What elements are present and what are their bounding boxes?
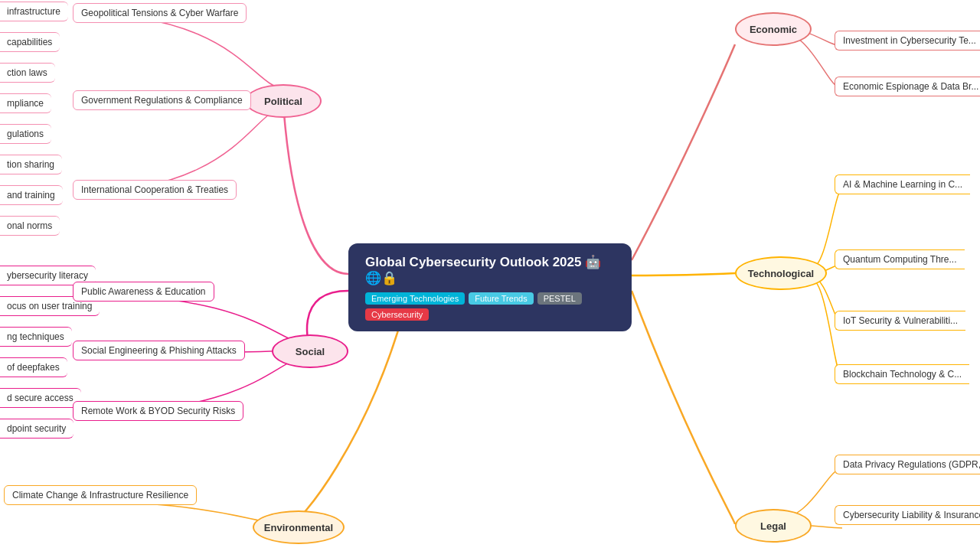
leaf-economic-espionage: Economic Espionage & Data Br... [835,77,980,96]
branch-political[interactable]: Political [245,84,322,118]
center-title: Global Cybersecurity Outlook 2025 🤖🌐🔒 [365,254,615,286]
leaf-ction-laws: ction laws [0,63,55,83]
center-node[interactable]: Global Cybersecurity Outlook 2025 🤖🌐🔒 Em… [348,243,632,331]
leaf-cybersecurity-liability: Cybersecurity Liability & Insurance [835,505,980,525]
leaf-investment-cybersecurity: Investment in Cybersecurity Te... [835,31,980,51]
leaf-public-awareness: Public Awareness & Education [73,282,214,302]
leaf-ng-techniques: ng techniques [0,327,72,347]
leaf-geopolitical: Geopolitical Tensions & Cyber Warfare [73,3,247,23]
mindmap-canvas: Global Cybersecurity Outlook 2025 🤖🌐🔒 Em… [0,0,980,551]
leaf-data-privacy: Data Privacy Regulations (GDPR, CC... [835,455,980,474]
leaf-blockchain: Blockchain Technology & C... [835,364,969,384]
branch-legal[interactable]: Legal [735,509,812,543]
leaf-secure-access: d secure access [0,388,81,408]
tag-future[interactable]: Future Trends [469,292,533,305]
branch-environmental[interactable]: Environmental [253,510,345,544]
branch-technological[interactable]: Technological [735,256,827,290]
leaf-and-training: and training [0,185,63,205]
leaf-infrastructure: infrastructure [0,2,68,21]
leaf-iot-security: IoT Security & Vulnerabiliti... [835,311,965,331]
branch-social[interactable]: Social [272,334,348,368]
branch-economic[interactable]: Economic [735,12,812,46]
leaf-quantum-computing: Quantum Computing Thre... [835,249,965,269]
leaf-climate-change: Climate Change & Infrastructure Resilien… [4,485,197,505]
center-tags: Emerging Technologies Future Trends PEST… [365,292,615,321]
leaf-tion-sharing: tion sharing [0,155,62,174]
leaf-capabilities: capabilities [0,32,60,52]
leaf-of-deepfakes: of deepfakes [0,357,67,377]
tag-pestel[interactable]: PESTEL [537,292,582,305]
tag-cyber[interactable]: Cybersecurity [365,308,429,321]
leaf-dpoint-security: dpoint security [0,419,74,439]
leaf-social-engineering: Social Engineering & Phishing Attacks [73,341,245,360]
leaf-onal-norms: onal norms [0,216,60,236]
leaf-international-cooperation: International Cooperation & Treaties [73,180,237,200]
leaf-gulations: gulations [0,124,51,144]
leaf-ai-machine-learning: AI & Machine Learning in C... [835,174,970,194]
tag-emerging[interactable]: Emerging Technologies [365,292,465,305]
leaf-government-regulations: Government Regulations & Compliance [73,90,251,110]
leaf-mpliance: mpliance [0,93,51,113]
leaf-remote-work: Remote Work & BYOD Security Risks [73,401,243,421]
